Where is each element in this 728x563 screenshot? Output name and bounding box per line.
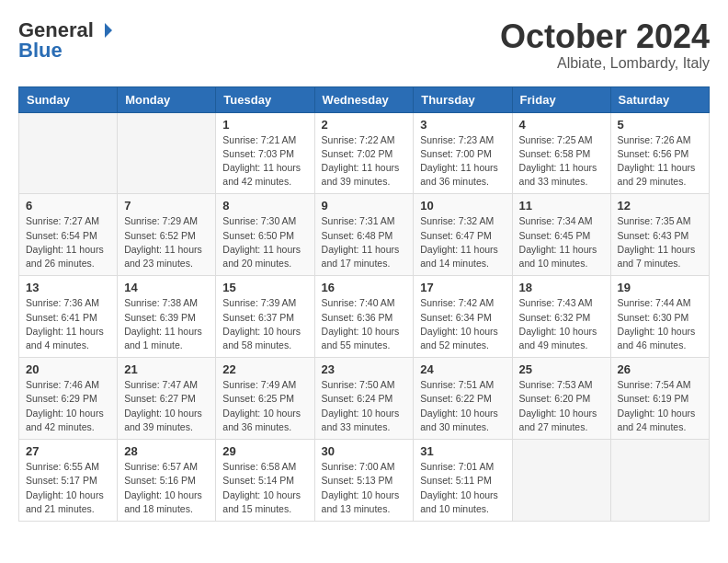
day-info: Sunrise: 7:21 AM Sunset: 7:03 PM Dayligh… [222,133,307,190]
table-row: 17Sunrise: 7:42 AM Sunset: 6:34 PM Dayli… [414,276,512,358]
table-row: 1Sunrise: 7:21 AM Sunset: 7:03 PM Daylig… [216,112,314,194]
day-number: 14 [124,281,209,294]
day-number: 17 [420,281,505,294]
day-number: 20 [26,362,110,376]
table-row: 3Sunrise: 7:23 AM Sunset: 7:00 PM Daylig… [414,112,512,194]
col-saturday: Saturday [610,86,709,112]
day-info: Sunrise: 6:55 AM Sunset: 5:17 PM Dayligh… [26,460,110,516]
day-info: Sunrise: 7:44 AM Sunset: 6:30 PM Dayligh… [618,296,702,352]
day-number: 19 [618,281,702,294]
day-info: Sunrise: 7:22 AM Sunset: 7:02 PM Dayligh… [322,133,407,190]
day-info: Sunrise: 7:46 AM Sunset: 6:29 PM Dayligh… [26,378,110,434]
header-row: Sunday Monday Tuesday Wednesday Thursday… [19,86,710,112]
table-row: 12Sunrise: 7:35 AM Sunset: 6:43 PM Dayli… [610,194,709,276]
day-info: Sunrise: 7:26 AM Sunset: 6:56 PM Dayligh… [618,133,702,190]
table-row: 9Sunrise: 7:31 AM Sunset: 6:48 PM Daylig… [314,194,414,276]
day-info: Sunrise: 7:31 AM Sunset: 6:48 PM Dayligh… [322,214,407,270]
day-info: Sunrise: 7:54 AM Sunset: 6:19 PM Dayligh… [618,378,702,434]
location: Albiate, Lombardy, Italy [500,55,710,72]
table-row: 31Sunrise: 7:01 AM Sunset: 5:11 PM Dayli… [414,440,512,522]
table-row: 14Sunrise: 7:38 AM Sunset: 6:39 PM Dayli… [118,276,216,358]
table-row [19,112,118,194]
day-info: Sunrise: 7:38 AM Sunset: 6:39 PM Dayligh… [124,296,209,352]
day-number: 1 [222,118,307,132]
table-row: 23Sunrise: 7:50 AM Sunset: 6:24 PM Dayli… [314,358,414,440]
calendar-week-4: 20Sunrise: 7:46 AM Sunset: 6:29 PM Dayli… [19,358,710,440]
day-info: Sunrise: 7:47 AM Sunset: 6:27 PM Dayligh… [124,378,209,434]
table-row: 18Sunrise: 7:43 AM Sunset: 6:32 PM Dayli… [512,276,610,358]
calendar-header: Sunday Monday Tuesday Wednesday Thursday… [19,86,710,112]
col-monday: Monday [118,86,216,112]
day-number: 25 [519,362,604,376]
month-title: October 2024 [500,18,710,55]
day-number: 3 [420,118,505,132]
day-info: Sunrise: 7:32 AM Sunset: 6:47 PM Dayligh… [420,214,505,270]
table-row: 20Sunrise: 7:46 AM Sunset: 6:29 PM Dayli… [19,358,118,440]
table-row: 6Sunrise: 7:27 AM Sunset: 6:54 PM Daylig… [19,194,118,276]
svg-marker-0 [105,23,112,38]
logo: General Blue [18,18,114,63]
table-row: 27Sunrise: 6:55 AM Sunset: 5:17 PM Dayli… [19,440,118,522]
table-row: 5Sunrise: 7:26 AM Sunset: 6:56 PM Daylig… [610,112,709,194]
col-thursday: Thursday [414,86,512,112]
day-number: 24 [420,362,505,376]
day-info: Sunrise: 7:50 AM Sunset: 6:24 PM Dayligh… [322,378,407,434]
day-info: Sunrise: 7:51 AM Sunset: 6:22 PM Dayligh… [420,378,505,434]
day-number: 12 [618,199,702,213]
table-row: 22Sunrise: 7:49 AM Sunset: 6:25 PM Dayli… [216,358,314,440]
day-info: Sunrise: 7:29 AM Sunset: 6:52 PM Dayligh… [124,214,209,270]
day-info: Sunrise: 7:43 AM Sunset: 6:32 PM Dayligh… [519,296,604,352]
day-info: Sunrise: 7:27 AM Sunset: 6:54 PM Dayligh… [26,214,110,270]
day-number: 27 [26,444,110,458]
calendar-week-5: 27Sunrise: 6:55 AM Sunset: 5:17 PM Dayli… [19,440,710,522]
day-number: 9 [322,199,407,213]
table-row: 21Sunrise: 7:47 AM Sunset: 6:27 PM Dayli… [118,358,216,440]
table-row: 28Sunrise: 6:57 AM Sunset: 5:16 PM Dayli… [118,440,216,522]
calendar-week-3: 13Sunrise: 7:36 AM Sunset: 6:41 PM Dayli… [19,276,710,358]
logo-icon [96,21,114,40]
table-row [512,440,610,522]
day-number: 16 [322,281,407,294]
calendar-week-1: 1Sunrise: 7:21 AM Sunset: 7:03 PM Daylig… [19,112,710,194]
day-info: Sunrise: 7:49 AM Sunset: 6:25 PM Dayligh… [222,378,307,434]
day-number: 28 [124,444,209,458]
day-info: Sunrise: 7:00 AM Sunset: 5:13 PM Dayligh… [322,460,407,516]
page-header: General Blue October 2024 Albiate, Lomba… [18,18,710,72]
day-number: 22 [222,362,307,376]
day-number: 4 [519,118,604,132]
table-row: 25Sunrise: 7:53 AM Sunset: 6:20 PM Dayli… [512,358,610,440]
day-number: 18 [519,281,604,294]
day-info: Sunrise: 7:40 AM Sunset: 6:36 PM Dayligh… [322,296,407,352]
table-row: 13Sunrise: 7:36 AM Sunset: 6:41 PM Dayli… [19,276,118,358]
day-info: Sunrise: 7:42 AM Sunset: 6:34 PM Dayligh… [420,296,505,352]
table-row: 16Sunrise: 7:40 AM Sunset: 6:36 PM Dayli… [314,276,414,358]
day-number: 8 [222,199,307,213]
col-wednesday: Wednesday [314,86,414,112]
table-row: 10Sunrise: 7:32 AM Sunset: 6:47 PM Dayli… [414,194,512,276]
table-row: 7Sunrise: 7:29 AM Sunset: 6:52 PM Daylig… [118,194,216,276]
day-info: Sunrise: 7:30 AM Sunset: 6:50 PM Dayligh… [222,214,307,270]
table-row: 29Sunrise: 6:58 AM Sunset: 5:14 PM Dayli… [216,440,314,522]
day-number: 5 [618,118,702,132]
table-row: 30Sunrise: 7:00 AM Sunset: 5:13 PM Dayli… [314,440,414,522]
day-info: Sunrise: 7:35 AM Sunset: 6:43 PM Dayligh… [618,214,702,270]
day-number: 21 [124,362,209,376]
table-row [610,440,709,522]
day-info: Sunrise: 7:01 AM Sunset: 5:11 PM Dayligh… [420,460,505,516]
day-number: 6 [26,199,110,213]
table-row: 19Sunrise: 7:44 AM Sunset: 6:30 PM Dayli… [610,276,709,358]
col-sunday: Sunday [19,86,118,112]
day-number: 30 [322,444,407,458]
logo-blue-text: Blue [18,39,63,63]
col-tuesday: Tuesday [216,86,314,112]
day-info: Sunrise: 7:25 AM Sunset: 6:58 PM Dayligh… [519,133,604,190]
title-block: October 2024 Albiate, Lombardy, Italy [500,18,710,72]
table-row [118,112,216,194]
day-info: Sunrise: 7:39 AM Sunset: 6:37 PM Dayligh… [222,296,307,352]
day-number: 10 [420,199,505,213]
day-number: 2 [322,118,407,132]
table-row: 2Sunrise: 7:22 AM Sunset: 7:02 PM Daylig… [314,112,414,194]
table-row: 8Sunrise: 7:30 AM Sunset: 6:50 PM Daylig… [216,194,314,276]
day-info: Sunrise: 7:53 AM Sunset: 6:20 PM Dayligh… [519,378,604,434]
day-info: Sunrise: 7:23 AM Sunset: 7:00 PM Dayligh… [420,133,505,190]
